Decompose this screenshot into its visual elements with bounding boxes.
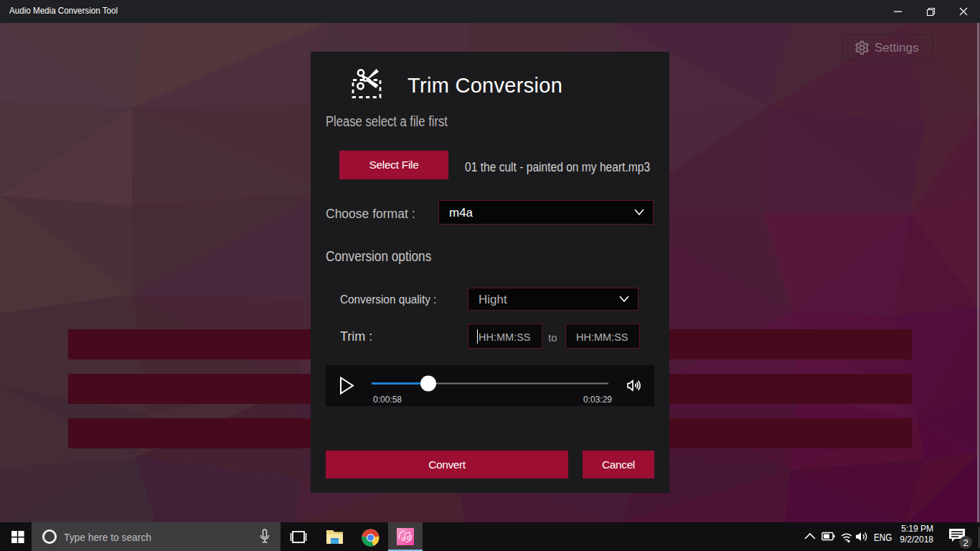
svg-text:2: 2 — [963, 537, 968, 548]
